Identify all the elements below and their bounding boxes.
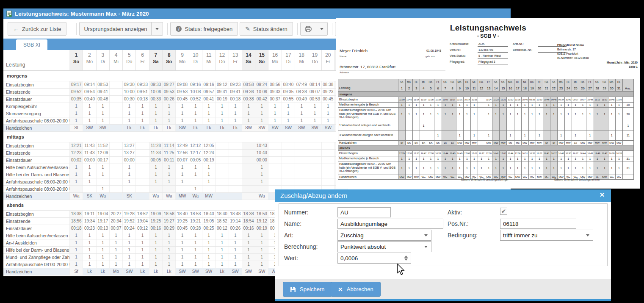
- grid-cell[interactable]: 09:31: [216, 89, 229, 95]
- grid-cell[interactable]: [136, 142, 149, 149]
- grid-cell[interactable]: Lk: [149, 125, 163, 131]
- grid-cell[interactable]: 1: [176, 171, 189, 178]
- grid-cell[interactable]: 09:24: [255, 81, 268, 88]
- grid-cell[interactable]: 19:04: [136, 218, 149, 225]
- grid-cell[interactable]: 12:09: [97, 150, 110, 156]
- grid-cell[interactable]: 08:14: [308, 81, 321, 88]
- grid-cell[interactable]: 09:16: [189, 81, 202, 88]
- grid-cell[interactable]: [322, 142, 335, 149]
- grid-cell[interactable]: [229, 157, 242, 164]
- grid-cell[interactable]: 18:56: [70, 218, 83, 225]
- grid-cell[interactable]: 1: [176, 232, 189, 239]
- grid-cell[interactable]: 1: [97, 171, 110, 178]
- grid-cell[interactable]: 1: [163, 164, 176, 171]
- grid-cell[interactable]: 09:52: [70, 89, 83, 95]
- grid-cell[interactable]: 19:04: [97, 211, 110, 217]
- grid-cell[interactable]: 1: [202, 178, 216, 185]
- grid-cell[interactable]: 18:53: [189, 211, 202, 217]
- grid-cell[interactable]: MW: [176, 193, 189, 200]
- grid-cell[interactable]: 1: [189, 103, 202, 110]
- grid-cell[interactable]: 00:16: [242, 225, 255, 232]
- grid-cell[interactable]: 11:43: [83, 150, 96, 156]
- grid-cell[interactable]: 09:41: [229, 89, 242, 95]
- grid-cell[interactable]: [282, 150, 295, 156]
- grid-cell[interactable]: 00:45: [176, 225, 189, 232]
- grid-cell[interactable]: SW: [295, 125, 308, 131]
- grid-cell[interactable]: 1: [216, 110, 229, 117]
- grid-cell[interactable]: 00:49: [295, 96, 308, 103]
- grid-cell[interactable]: 1: [176, 164, 189, 171]
- grid-cell[interactable]: [282, 178, 295, 185]
- grid-cell[interactable]: 12:23: [70, 150, 83, 156]
- grid-cell[interactable]: 1: [149, 239, 163, 246]
- grid-cell[interactable]: 1: [255, 103, 268, 110]
- change-status-button[interactable]: ✎ Status ändern: [240, 22, 293, 36]
- grid-cell[interactable]: 1: [97, 232, 110, 239]
- grid-cell[interactable]: 1: [123, 117, 136, 124]
- grid-cell[interactable]: 18:58: [163, 211, 176, 217]
- grid-cell[interactable]: 1: [163, 247, 176, 253]
- grid-cell[interactable]: 1: [149, 254, 163, 261]
- grid-cell[interactable]: [322, 157, 335, 164]
- grid-cell[interactable]: 1: [163, 239, 176, 246]
- print-button[interactable]: [300, 22, 328, 36]
- grid-cell[interactable]: 18:40: [176, 211, 189, 217]
- grid-cell[interactable]: 1: [242, 232, 255, 239]
- grid-cell[interactable]: [110, 178, 123, 185]
- grid-cell[interactable]: 10:43: [255, 142, 268, 149]
- grid-cell[interactable]: 1: [149, 261, 163, 268]
- grid-cell[interactable]: 1: [189, 261, 202, 268]
- grid-cell[interactable]: [268, 157, 282, 164]
- grid-cell[interactable]: 00:12: [216, 225, 229, 232]
- grid-cell[interactable]: [136, 164, 149, 171]
- grid-cell[interactable]: 1: [202, 171, 216, 178]
- grid-cell[interactable]: 12:05: [202, 142, 216, 149]
- grid-cell[interactable]: 18:40: [216, 211, 229, 217]
- grid-cell[interactable]: [216, 142, 229, 149]
- grid-cell[interactable]: 1: [229, 254, 242, 261]
- grid-cell[interactable]: 1: [216, 103, 229, 110]
- grid-cell[interactable]: 00:30: [123, 96, 136, 103]
- grid-cell[interactable]: Lk: [216, 268, 229, 275]
- grid-cell[interactable]: 1: [189, 239, 202, 246]
- grid-cell[interactable]: 1: [136, 103, 149, 110]
- grid-cell[interactable]: 1: [136, 261, 149, 268]
- grid-cell[interactable]: [242, 157, 255, 164]
- grid-cell[interactable]: [242, 193, 255, 200]
- grid-cell[interactable]: 19:12: [255, 218, 268, 225]
- grid-cell[interactable]: 00:35: [70, 96, 83, 103]
- grid-cell[interactable]: SW: [202, 268, 216, 275]
- grid-cell[interactable]: [136, 150, 149, 156]
- grid-cell[interactable]: [242, 150, 255, 156]
- grid-cell[interactable]: 1: [97, 110, 110, 117]
- grid-cell[interactable]: 1: [123, 103, 136, 110]
- grid-cell[interactable]: 00:37: [268, 96, 282, 103]
- grid-cell[interactable]: 00:11: [163, 157, 176, 164]
- grid-cell[interactable]: Lk: [216, 125, 229, 131]
- grid-cell[interactable]: 19:52: [123, 218, 136, 225]
- grid-cell[interactable]: [268, 150, 282, 156]
- grid-cell[interactable]: [123, 186, 136, 192]
- grid-cell[interactable]: Wa: [163, 193, 176, 200]
- grid-cell[interactable]: Lk: [163, 268, 176, 275]
- grid-cell[interactable]: 1: [97, 186, 110, 192]
- grid-cell[interactable]: 1: [322, 103, 335, 110]
- grid-cell[interactable]: 1: [163, 254, 176, 261]
- grid-cell[interactable]: 13:27: [123, 150, 136, 156]
- grid-cell[interactable]: [229, 171, 242, 178]
- grid-cell[interactable]: [282, 164, 295, 171]
- grid-cell[interactable]: SW: [242, 125, 255, 131]
- grid-cell[interactable]: 19:27: [163, 218, 176, 225]
- grid-cell[interactable]: 00:12: [136, 225, 149, 232]
- tab-sgb-xi[interactable]: SGB XI: [16, 39, 47, 50]
- grid-cell[interactable]: 12:24: [202, 150, 216, 156]
- grid-cell[interactable]: 1: [123, 254, 136, 261]
- grid-cell[interactable]: 12:17: [189, 150, 202, 156]
- grid-cell[interactable]: 11:43: [83, 142, 96, 149]
- grid-cell[interactable]: [110, 110, 123, 117]
- grid-cell[interactable]: 00:53: [308, 96, 321, 103]
- grid-cell[interactable]: Mo: [110, 268, 123, 275]
- grid-cell[interactable]: 09:36: [242, 89, 255, 95]
- grid-cell[interactable]: 12:56: [176, 150, 189, 156]
- grid-cell[interactable]: [242, 142, 255, 149]
